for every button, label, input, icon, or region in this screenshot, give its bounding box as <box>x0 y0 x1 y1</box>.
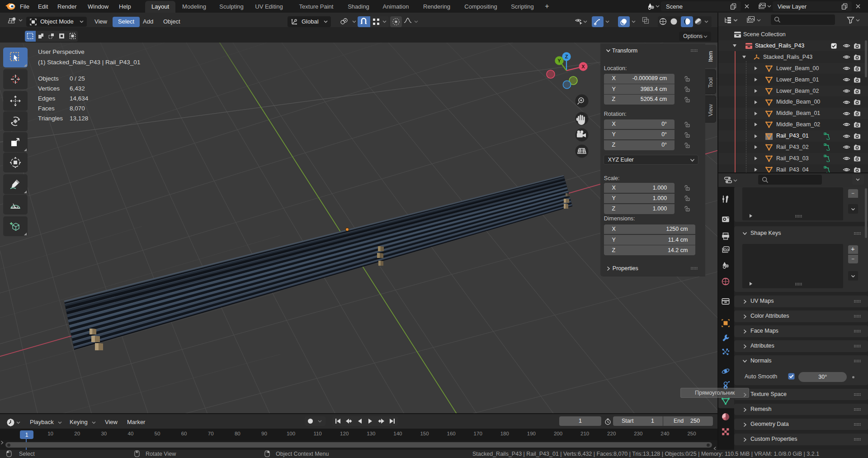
svg-text:X: X <box>581 64 585 69</box>
svg-text:Y: Y <box>557 58 561 63</box>
svg-text:Z: Z <box>565 54 568 59</box>
